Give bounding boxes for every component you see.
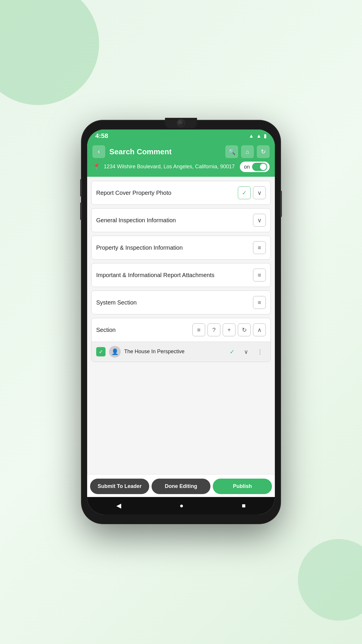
section-card-general-inspection: General Inspection Information ∨ [91, 208, 271, 232]
camera-bump [165, 118, 197, 128]
nav-recents-icon[interactable]: ■ [242, 502, 246, 510]
list-icon: ≡ [258, 299, 261, 306]
refresh-button[interactable]: ↻ [257, 145, 270, 158]
bottom-action-bar: Submit To Leader Done Editing Publish [87, 474, 275, 497]
help-button-section[interactable]: ? [208, 323, 220, 336]
section-row-general-inspection: General Inspection Information ∨ [92, 209, 270, 232]
chevron-up-icon: ∧ [257, 326, 262, 333]
signal-icon: ▲ [249, 133, 254, 139]
toggle-knob [260, 164, 266, 170]
list-icon: ≡ [258, 244, 261, 251]
status-time: 4:58 [95, 132, 108, 140]
screen: 4:58 ▲ ▲ ▮ ‹ Search Comment 🔍 ⌂ [87, 130, 275, 514]
expand-button-general-inspection[interactable]: ∨ [253, 214, 266, 227]
section-label-property-inspection: Property & Inspection Information [96, 244, 249, 251]
power-btn [280, 191, 282, 217]
plus-icon: + [227, 327, 231, 333]
home-button[interactable]: ⌂ [241, 145, 254, 158]
back-icon: ‹ [98, 148, 100, 155]
list-button-system-section[interactable]: ≡ [253, 296, 266, 309]
bottom-spacer [91, 365, 271, 368]
address-text: 1234 Wilshire Boulevard, Los Angeles, Ca… [104, 163, 236, 170]
section-card-report-cover: Report Cover Property Photo ✓ ∨ [91, 181, 271, 205]
section-card-system-section: System Section ≡ [91, 290, 271, 314]
section-label-system-section: System Section [96, 299, 249, 306]
section-label-general-inspection: General Inspection Information [96, 216, 249, 224]
add-button-section[interactable]: + [223, 323, 236, 336]
check-icon: ✓ [99, 349, 103, 355]
bg-circle-bottom [298, 539, 362, 621]
back-button[interactable]: ‹ [92, 145, 105, 158]
app-header: ‹ Search Comment 🔍 ⌂ ↻ 📍 1234 W [87, 142, 275, 177]
sub-item-name: The House In Perspective [124, 348, 223, 355]
check-icon: ✓ [242, 189, 247, 196]
list-button-important-attachments[interactable]: ≡ [253, 269, 266, 281]
section-card-property-inspection: Property & Inspection Information ≡ [91, 236, 271, 260]
volume-up-btn [80, 179, 82, 197]
toggle-container[interactable]: on [240, 162, 270, 172]
home-icon: ⌂ [246, 148, 249, 155]
sub-expand-button[interactable]: ∨ [240, 346, 252, 358]
search-button[interactable]: 🔍 [225, 145, 238, 158]
chevron-down-icon: ∨ [257, 189, 262, 196]
camera-lens [177, 119, 185, 127]
list-icon: ≡ [258, 272, 261, 279]
chevron-down-icon: ∨ [257, 217, 262, 224]
sub-checkbox[interactable]: ✓ [96, 347, 106, 356]
section-label-important-attachments: Important & Informational Report Attachm… [96, 271, 249, 279]
list-button-property-inspection[interactable]: ≡ [253, 241, 266, 254]
more-icon: ⋮ [257, 348, 263, 355]
header-title: Search Comment [109, 147, 221, 156]
collapse-button-section[interactable]: ∧ [253, 323, 266, 336]
header-address: 📍 1234 Wilshire Boulevard, Los Angeles, … [92, 162, 270, 172]
refresh-icon: ↻ [261, 148, 266, 155]
submit-to-leader-button[interactable]: Submit To Leader [90, 479, 149, 494]
header-actions: 🔍 ⌂ ↻ [225, 145, 270, 158]
wifi-icon: ▲ [256, 133, 261, 139]
bg-circle-top [0, 0, 99, 105]
battery-icon: ▮ [264, 133, 267, 139]
volume-down-btn [80, 202, 82, 220]
sub-item-row: ✓ 👤 The House In Perspective ✓ ∨ [92, 342, 270, 362]
toggle-switch[interactable] [252, 163, 267, 171]
avatar-icon: 👤 [111, 348, 119, 355]
section-card-important-attachments: Important & Informational Report Attachm… [91, 263, 271, 287]
nav-home-icon[interactable]: ● [180, 502, 183, 510]
location-icon: 📍 [92, 163, 100, 171]
status-icons: ▲ ▲ ▮ [249, 133, 267, 139]
refresh-icon: ↻ [242, 326, 247, 333]
nav-bar: ◀ ● ■ [87, 497, 275, 514]
help-icon: ? [212, 327, 215, 333]
check-button-report-cover[interactable]: ✓ [238, 186, 251, 199]
section-row-property-inspection: Property & Inspection Information ≡ [92, 236, 270, 259]
section-row-system-section: System Section ≡ [92, 291, 270, 314]
refresh-button-section[interactable]: ↻ [238, 323, 251, 336]
list-icon: ≡ [197, 327, 201, 333]
content-area: Report Cover Property Photo ✓ ∨ General … [87, 177, 275, 474]
sub-avatar: 👤 [109, 346, 121, 358]
sub-item-actions: ✓ ∨ ⋮ [226, 346, 266, 358]
section-row-important-attachments: Important & Informational Report Attachm… [92, 263, 270, 287]
expand-button-report-cover[interactable]: ∨ [253, 186, 266, 199]
list-button-section[interactable]: ≡ [192, 323, 205, 336]
toggle-label: on [244, 164, 250, 170]
status-bar: 4:58 ▲ ▲ ▮ [87, 130, 275, 142]
section-actions-report-cover: ✓ ∨ [238, 186, 266, 199]
volume-buttons [80, 179, 82, 220]
nav-back-icon[interactable]: ◀ [116, 502, 121, 510]
section-label-report-cover: Report Cover Property Photo [96, 189, 234, 197]
header-top: ‹ Search Comment 🔍 ⌂ ↻ [92, 145, 270, 158]
sub-more-button[interactable]: ⋮ [254, 346, 266, 358]
section-label-section: Section [96, 326, 189, 334]
section-actions-section: ≡ ? + ↻ ∧ [192, 323, 266, 336]
phone-shell: 4:58 ▲ ▲ ▮ ‹ Search Comment 🔍 ⌂ [82, 121, 280, 523]
publish-button[interactable]: Publish [213, 479, 272, 494]
check-icon: ✓ [230, 348, 235, 355]
section-row-report-cover: Report Cover Property Photo ✓ ∨ [92, 181, 270, 204]
done-editing-button[interactable]: Done Editing [152, 479, 211, 494]
search-icon: 🔍 [228, 148, 236, 155]
section-card-section: Section ≡ ? + ↻ [91, 318, 271, 362]
chevron-down-icon: ∨ [244, 348, 248, 355]
sub-check-button[interactable]: ✓ [226, 346, 238, 358]
section-row-section: Section ≡ ? + ↻ [92, 318, 270, 342]
